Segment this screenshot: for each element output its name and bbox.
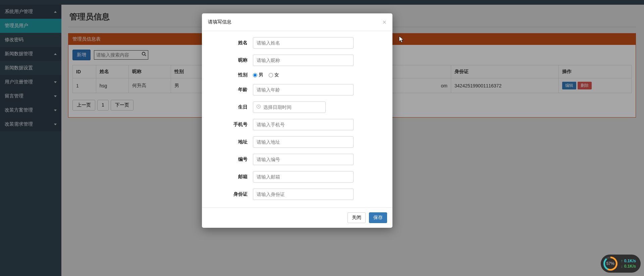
email-input[interactable] (253, 171, 354, 183)
modal: 请填写信息 × 姓名 昵称 性别 男 女 年龄 生日 (202, 13, 392, 228)
code-input[interactable] (253, 154, 354, 165)
radio-male-label: 男 (259, 72, 263, 78)
close-icon[interactable]: × (382, 19, 386, 25)
upload-speed: ↑ 0.1K/s (621, 259, 636, 263)
radio-female-input[interactable] (269, 73, 273, 77)
radio-female[interactable]: 女 (269, 72, 279, 78)
save-button[interactable]: 保存 (369, 212, 387, 223)
label-code: 编号 (209, 156, 253, 162)
idcard-input[interactable] (253, 189, 354, 200)
radio-female-label: 女 (274, 72, 279, 78)
label-email: 邮箱 (209, 174, 253, 180)
addr-input[interactable] (253, 136, 354, 148)
label-age: 年龄 (209, 87, 253, 93)
download-speed-value: 0.1K/s (624, 264, 636, 269)
app-topbar (0, 0, 644, 5)
label-sex: 性别 (209, 72, 253, 78)
age-input[interactable] (253, 84, 354, 95)
label-birth: 生日 (209, 104, 253, 110)
upload-speed-value: 0.1K/s (624, 259, 636, 263)
label-idcard: 身份证 (209, 191, 253, 197)
download-speed: ↓ 0.1K/s (621, 264, 636, 269)
net-speeds: ↑ 0.1K/s ↓ 0.1K/s (621, 259, 636, 269)
clock-icon (256, 104, 261, 110)
radio-male-input[interactable] (253, 73, 257, 77)
name-input[interactable] (253, 37, 354, 49)
close-button[interactable]: 关闭 (347, 212, 366, 223)
modal-title: 请填写信息 (208, 19, 231, 25)
phone-input[interactable] (253, 119, 354, 130)
nick-input[interactable] (253, 55, 354, 66)
ring-icon: 57% (603, 257, 618, 271)
label-name: 姓名 (209, 40, 253, 46)
birth-date-wrap (253, 101, 326, 113)
radio-male[interactable]: 男 (253, 72, 263, 78)
birth-input[interactable] (253, 101, 326, 113)
modal-body: 姓名 昵称 性别 男 女 年龄 生日 (202, 31, 392, 207)
label-nick: 昵称 (209, 57, 253, 63)
modal-header: 请填写信息 × (202, 13, 392, 31)
label-phone: 手机号 (209, 122, 253, 128)
sex-radio-group: 男 女 (253, 72, 279, 78)
label-addr: 地址 (209, 139, 253, 145)
ring-percent: 57% (605, 258, 616, 269)
network-widget[interactable]: 57% ↑ 0.1K/s ↓ 0.1K/s (601, 255, 641, 273)
modal-footer: 关闭 保存 (202, 207, 392, 228)
